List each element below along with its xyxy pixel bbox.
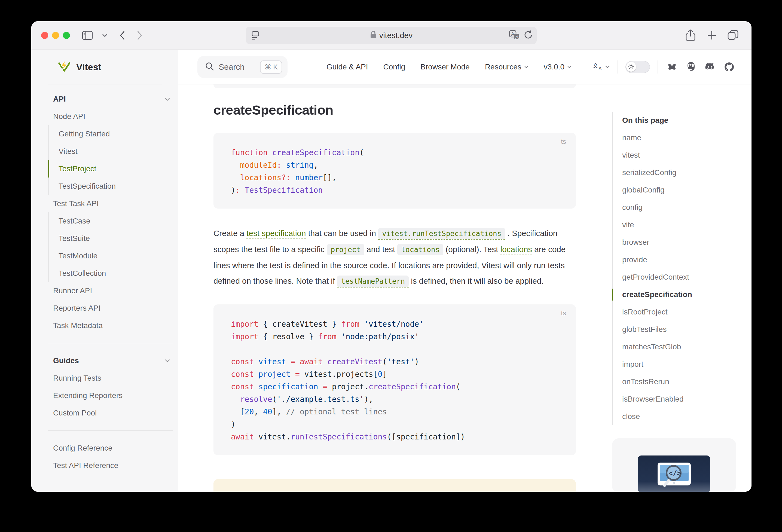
sidebar-item-custom-pool[interactable]: Custom Pool: [53, 404, 170, 422]
doc-link[interactable]: locations: [500, 245, 532, 254]
sidebar-item-running-tests[interactable]: Running Tests: [53, 369, 170, 387]
outline-link[interactable]: close: [622, 412, 640, 421]
outline-item-isrootproject[interactable]: isRootProject: [622, 303, 736, 321]
sidebar-link[interactable]: Vitest: [59, 147, 170, 156]
chevron-down-icon[interactable]: [97, 28, 112, 43]
sidebar-item-test-api-reference[interactable]: Test API Reference: [53, 457, 170, 474]
outline-link[interactable]: vite: [622, 220, 634, 229]
sidebar-link[interactable]: Node API: [53, 112, 170, 121]
outline-item-provide[interactable]: provide: [622, 251, 736, 269]
outline-item-isbrowserenabled[interactable]: isBrowserEnabled: [622, 390, 736, 408]
outline-item-globalconfig[interactable]: globalConfig: [622, 181, 736, 199]
address-bar[interactable]: vitest.dev A文: [246, 27, 537, 44]
site-logo[interactable]: Vitest: [31, 50, 178, 84]
sidebar-item-task-metadata[interactable]: Task Metadata: [53, 317, 170, 334]
forward-button[interactable]: [132, 28, 147, 43]
search-input[interactable]: Search ⌘ K: [198, 56, 288, 78]
sidebar-toggle-icon[interactable]: [80, 28, 95, 43]
outline-item-serializedconfig[interactable]: serializedConfig: [622, 164, 736, 181]
sponsor-card[interactable]: </>: [612, 438, 736, 492]
sidebar-item-node-api[interactable]: Node API: [53, 108, 170, 125]
sidebar-item-testcase[interactable]: TestCase: [48, 212, 170, 230]
outline-link[interactable]: provide: [622, 255, 647, 264]
sidebar-item-testcollection[interactable]: TestCollection: [48, 264, 170, 282]
outline-item-browser[interactable]: browser: [622, 234, 736, 251]
bluesky-icon[interactable]: [667, 62, 677, 72]
sidebar-link[interactable]: Task Metadata: [53, 321, 170, 330]
outline-link[interactable]: globalConfig: [622, 186, 665, 194]
outline-link[interactable]: import: [622, 360, 643, 369]
nav-link-browser-mode[interactable]: Browser Mode: [413, 63, 477, 71]
outline-link[interactable]: vitest: [622, 151, 640, 159]
sidebar-item-runner-api[interactable]: Runner API: [53, 282, 170, 299]
sidebar-link[interactable]: Custom Pool: [53, 409, 170, 417]
sidebar-item-getting-started[interactable]: Getting Started: [48, 125, 170, 143]
sidebar-link[interactable]: TestProject: [59, 165, 170, 173]
tab-overview-icon[interactable]: [725, 28, 741, 43]
inline-code-link[interactable]: vitest.runTestSpecifications: [378, 229, 505, 240]
sidebar-link[interactable]: TestModule: [59, 252, 170, 260]
sidebar-link[interactable]: TestCollection: [59, 269, 170, 278]
discord-icon[interactable]: [705, 62, 716, 72]
sidebar-item-api[interactable]: API: [53, 91, 170, 108]
sidebar-link[interactable]: TestSpecification: [59, 182, 170, 190]
sidebar-link[interactable]: Config Reference: [53, 444, 170, 453]
sidebar-link[interactable]: Extending Reporters: [53, 391, 170, 400]
nav-link-v3-0-0[interactable]: v3.0.0: [536, 63, 579, 71]
inline-code-link[interactable]: testNamePattern: [337, 276, 409, 287]
translate-icon[interactable]: A文: [509, 30, 520, 41]
sidebar-link[interactable]: Test API Reference: [53, 461, 170, 470]
close-window-button[interactable]: [41, 32, 48, 39]
outline-link[interactable]: getProvidedContext: [622, 273, 689, 282]
sidebar-item-testspecification[interactable]: TestSpecification: [48, 178, 170, 195]
nav-link-config[interactable]: Config: [376, 63, 413, 71]
outline-item-vitest[interactable]: vitest: [622, 146, 736, 164]
sidebar-item-extending-reporters[interactable]: Extending Reporters: [53, 387, 170, 404]
sidebar-link[interactable]: Guides: [53, 356, 170, 365]
sidebar-item-testmodule[interactable]: TestModule: [48, 247, 170, 264]
sidebar-link[interactable]: TestCase: [59, 217, 170, 225]
nav-link-resources[interactable]: Resources: [477, 63, 536, 71]
new-tab-icon[interactable]: [704, 28, 719, 43]
sidebar-link[interactable]: Reporters API: [53, 304, 170, 313]
sidebar-item-reporters-api[interactable]: Reporters API: [53, 299, 170, 317]
outline-item-createspecification[interactable]: createSpecification: [622, 286, 736, 303]
outline-link[interactable]: browser: [622, 238, 649, 247]
outline-link[interactable]: config: [622, 203, 643, 212]
back-button[interactable]: [115, 28, 130, 43]
outline-item-close[interactable]: close: [622, 408, 736, 425]
minimize-window-button[interactable]: [52, 32, 59, 39]
mastodon-icon[interactable]: [686, 62, 697, 72]
outline-link[interactable]: globTestFiles: [622, 325, 667, 334]
outline-link[interactable]: onTestsRerun: [622, 377, 669, 386]
sidebar-link[interactable]: Test Task API: [53, 199, 170, 208]
language-menu[interactable]: 文A: [589, 62, 613, 72]
outline-link[interactable]: name: [622, 133, 641, 142]
zoom-window-button[interactable]: [63, 32, 70, 39]
outline-item-vite[interactable]: vite: [622, 216, 736, 234]
sidebar-link[interactable]: Getting Started: [59, 130, 170, 138]
reload-icon[interactable]: [524, 30, 533, 41]
sidebar-item-test-task-api[interactable]: Test Task API: [53, 195, 170, 212]
outline-item-ontestsrerun[interactable]: onTestsRerun: [622, 373, 736, 390]
outline-link[interactable]: isBrowserEnabled: [622, 395, 684, 403]
sidebar-item-testproject[interactable]: TestProject: [48, 160, 170, 178]
sidebar-link[interactable]: Running Tests: [53, 374, 170, 383]
outline-link[interactable]: createSpecification: [622, 290, 692, 299]
theme-toggle[interactable]: [626, 61, 650, 73]
outline-item-getprovidedcontext[interactable]: getProvidedContext: [622, 269, 736, 286]
sidebar-item-config-reference[interactable]: Config Reference: [53, 439, 170, 457]
github-icon[interactable]: [724, 62, 735, 72]
sidebar-link[interactable]: Runner API: [53, 286, 170, 295]
outline-link[interactable]: matchesTestGlob: [622, 343, 681, 351]
outline-item-globtestfiles[interactable]: globTestFiles: [622, 321, 736, 338]
sidebar-link[interactable]: API: [53, 95, 170, 103]
reader-icon[interactable]: [251, 27, 260, 44]
outline-item-import[interactable]: import: [622, 356, 736, 373]
outline-link[interactable]: serializedConfig: [622, 168, 676, 177]
sidebar-link[interactable]: TestSuite: [59, 234, 170, 243]
share-icon[interactable]: [683, 28, 698, 43]
outline-item-matchestestglob[interactable]: matchesTestGlob: [622, 338, 736, 356]
nav-link-guide-api[interactable]: Guide & API: [319, 63, 376, 71]
sidebar-item-vitest[interactable]: Vitest: [48, 143, 170, 160]
